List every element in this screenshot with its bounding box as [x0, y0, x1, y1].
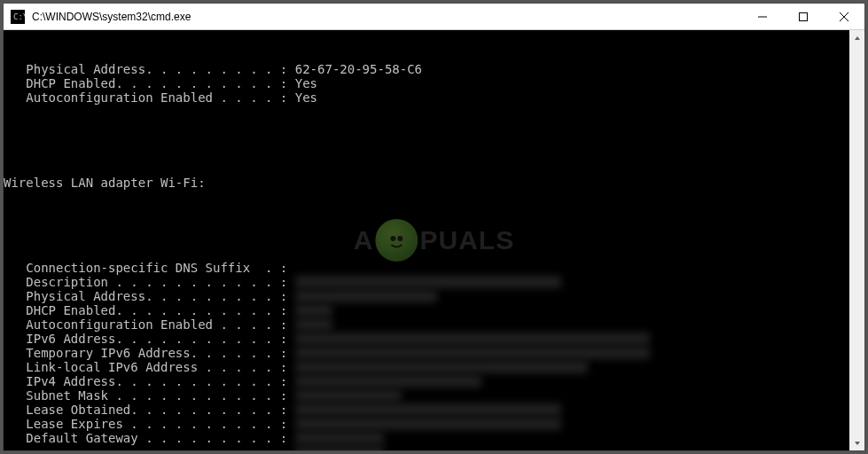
output-line: Lease Expires . . . . . . . . . . : [4, 417, 849, 431]
cmd-icon: C:\ [11, 10, 25, 24]
field-label: Physical Address. . . . . . . . . : [4, 62, 295, 76]
output-line: DHCP Enabled. . . . . . . . . . . : Yes [4, 76, 849, 90]
window-title: C:\WINDOWS\system32\cmd.exe [32, 4, 742, 30]
field-value: Yes [295, 76, 317, 90]
field-label: Link-local IPv6 Address . . . . . : [4, 360, 295, 374]
console-output[interactable]: Physical Address. . . . . . . . . : 62-6… [4, 30, 849, 450]
redacted-value [295, 290, 437, 302]
field-label: Autoconfiguration Enabled . . . . : [4, 90, 295, 105]
field-label: Physical Address. . . . . . . . . : [4, 289, 295, 303]
console-client-area: Physical Address. . . . . . . . . : 62-6… [4, 30, 864, 450]
redacted-value [295, 318, 332, 331]
field-label: Lease Expires . . . . . . . . . . : [4, 417, 295, 431]
redacted-value [295, 418, 561, 430]
redacted-value [295, 304, 332, 317]
scroll-track[interactable] [849, 45, 864, 435]
output-line: Autoconfiguration Enabled . . . . : [4, 317, 849, 332]
field-label: DHCP Enabled. . . . . . . . . . . : [4, 303, 295, 317]
field-value: Yes [295, 90, 317, 105]
field-label: Default Gateway . . . . . . . . . : [4, 431, 295, 445]
titlebar[interactable]: C:\ C:\WINDOWS\system32\cmd.exe [4, 4, 864, 30]
output-line: DHCP Enabled. . . . . . . . . . . : [4, 303, 849, 317]
output-line: Link-local IPv6 Address . . . . . : [4, 360, 849, 374]
redacted-value [295, 375, 481, 387]
svg-text:C:\: C:\ [13, 12, 25, 21]
svg-rect-2 [800, 12, 808, 20]
redacted-value [295, 347, 650, 359]
redacted-value [295, 361, 588, 373]
vertical-scrollbar[interactable] [849, 30, 864, 450]
field-label: Connection-specific DNS Suffix . : [4, 261, 295, 275]
output-line: Physical Address. . . . . . . . . : [4, 289, 849, 303]
scroll-down-button[interactable] [849, 435, 864, 450]
field-label [4, 445, 295, 450]
redacted-value [295, 276, 561, 288]
field-label: Lease Obtained. . . . . . . . . . : [4, 403, 295, 417]
redacted-value [295, 432, 384, 444]
scroll-up-button[interactable] [849, 30, 864, 45]
field-value: 62-67-20-95-58-C6 [295, 62, 422, 76]
field-label: DHCP Enabled. . . . . . . . . . . : [4, 76, 295, 90]
output-line: Lease Obtained. . . . . . . . . . : [4, 403, 849, 417]
redacted-value [295, 446, 384, 450]
field-label: Temporary IPv6 Address. . . . . . : [4, 346, 295, 360]
output-line: Connection-specific DNS Suffix . : [4, 261, 849, 275]
field-label: Autoconfiguration Enabled . . . . : [4, 317, 295, 332]
window-controls [742, 4, 864, 29]
output-line [4, 445, 849, 450]
close-button[interactable] [824, 4, 864, 29]
output-line: Physical Address. . . . . . . . . : 62-6… [4, 62, 849, 76]
field-label: Subnet Mask . . . . . . . . . . . : [4, 388, 295, 403]
cmd-window: C:\ C:\WINDOWS\system32\cmd.exe Physical… [3, 3, 865, 451]
redacted-value [295, 389, 402, 402]
section-header: Wireless LAN adapter Wi-Fi: [4, 176, 206, 190]
redacted-value [295, 403, 561, 416]
output-line: IPv6 Address. . . . . . . . . . . : [4, 332, 849, 346]
output-line: IPv4 Address. . . . . . . . . . . : [4, 374, 849, 388]
output-line: Subnet Mask . . . . . . . . . . . : [4, 388, 849, 403]
minimize-button[interactable] [742, 4, 783, 29]
redacted-value [295, 333, 650, 345]
output-line: Description . . . . . . . . . . . : [4, 275, 849, 289]
field-label: IPv6 Address. . . . . . . . . . . : [4, 332, 295, 346]
field-label: IPv4 Address. . . . . . . . . . . : [4, 374, 295, 388]
field-label: Description . . . . . . . . . . . : [4, 275, 295, 289]
output-line: Default Gateway . . . . . . . . . : [4, 431, 849, 445]
output-line: Temporary IPv6 Address. . . . . . : [4, 346, 849, 360]
maximize-button[interactable] [783, 4, 824, 29]
output-line: Autoconfiguration Enabled . . . . : Yes [4, 90, 849, 105]
